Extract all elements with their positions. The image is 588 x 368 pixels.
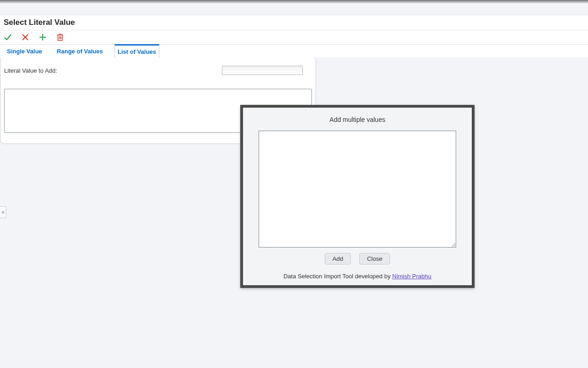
tab-list-of-values[interactable]: List of Values <box>114 44 159 58</box>
page-title: Select Literal Value <box>0 15 588 30</box>
add-icon[interactable] <box>39 33 47 41</box>
chevron-left-double-icon: « <box>1 209 5 215</box>
add-multiple-values-dialog: Add multiple values Add Close Data Selec… <box>240 105 475 288</box>
toolbar <box>0 30 588 45</box>
dialog-button-row: Add Close <box>250 253 464 264</box>
close-button[interactable]: Close <box>359 253 390 264</box>
tabs: Single Value Range of Values List of Val… <box>0 45 588 58</box>
tab-single-value[interactable]: Single Value <box>4 45 45 58</box>
confirm-icon[interactable] <box>4 33 12 41</box>
delete-icon[interactable] <box>56 33 64 41</box>
multiple-values-textarea[interactable] <box>259 131 456 247</box>
literal-value-label: Literal Value to Add: <box>4 67 57 74</box>
author-link[interactable]: Nimish Prabhu <box>392 273 431 280</box>
cancel-icon[interactable] <box>21 33 29 41</box>
dialog-footer-text: Data Selection Import Tool developed by <box>283 273 392 280</box>
dialog-title: Add multiple values <box>250 116 464 123</box>
collapse-sidebar-button[interactable]: « <box>0 206 6 218</box>
top-spacer <box>0 3 588 15</box>
add-button[interactable]: Add <box>325 253 351 264</box>
window-top-gradient <box>0 0 588 3</box>
tab-range-of-values[interactable]: Range of Values <box>54 45 106 58</box>
literal-value-input[interactable] <box>222 66 303 75</box>
dialog-footer: Data Selection Import Tool developed by … <box>250 273 464 280</box>
